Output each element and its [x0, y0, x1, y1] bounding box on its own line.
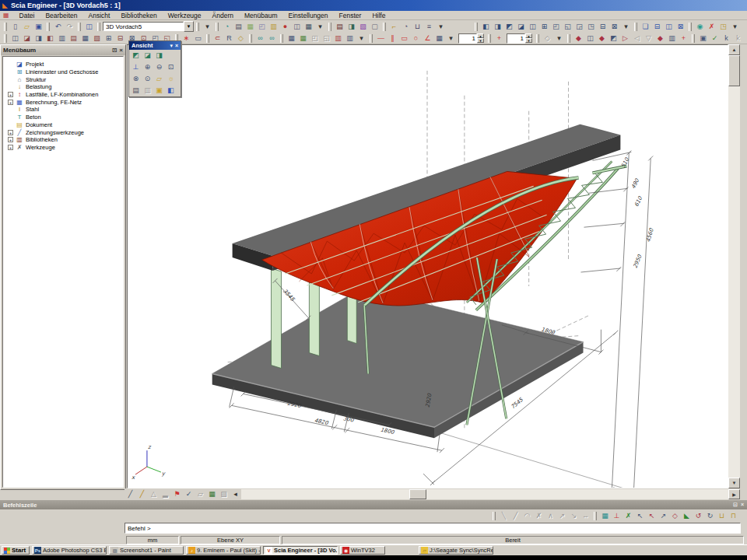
- snap-intersect-icon[interactable]: ✗: [622, 510, 634, 521]
- close-icon[interactable]: ×: [175, 43, 178, 49]
- view-yz-icon[interactable]: ◨: [153, 50, 165, 61]
- zoom-all-icon[interactable]: ⊗: [130, 73, 142, 85]
- view-window-icon-1[interactable]: ◧: [480, 21, 492, 32]
- mdi-child-icon[interactable]: ▦: [3, 12, 9, 19]
- snap-ortho-icon[interactable]: ⊥: [611, 510, 622, 521]
- cascade-windows-icon[interactable]: ❏: [640, 21, 651, 32]
- select-remove-icon[interactable]: ∞: [266, 33, 278, 44]
- view-window-icon-6[interactable]: ⊞: [538, 21, 550, 32]
- member-op-icon-7[interactable]: ▦: [79, 33, 91, 44]
- close-icon[interactable]: ×: [741, 502, 744, 508]
- expand-icon[interactable]: +: [8, 100, 13, 105]
- member-op-icon-3[interactable]: ◨: [33, 33, 44, 44]
- snap-box-icon[interactable]: ⊓: [728, 510, 739, 521]
- member-op-icon-2[interactable]: ◪: [21, 33, 33, 44]
- open-view-icon[interactable]: ▱: [153, 73, 165, 85]
- rectangle-icon[interactable]: ▭: [398, 33, 410, 44]
- tree-item-projekt[interactable]: ◪Projekt: [3, 61, 123, 68]
- menu-fenster[interactable]: Fenster: [334, 12, 367, 19]
- zoom-all-icon[interactable]: ∗: [181, 33, 192, 44]
- extras-overflow-icon[interactable]: ▾: [435, 21, 447, 32]
- tree-item-beton[interactable]: TBeton: [3, 114, 123, 121]
- snap-rotate2-icon[interactable]: ↻: [704, 510, 716, 521]
- export-check-icon[interactable]: ✓: [709, 33, 721, 44]
- combobox-dropdown-icon[interactable]: ▼: [184, 21, 194, 32]
- view-window-icon-5[interactable]: ◫: [527, 21, 538, 32]
- clipboard-view-icon[interactable]: ▣: [153, 85, 165, 96]
- command-input[interactable]: Befehl >: [124, 523, 741, 534]
- horizontal-scroll-thumb[interactable]: [409, 489, 426, 499]
- expand-icon[interactable]: +: [8, 92, 13, 97]
- expand-icon[interactable]: +: [8, 130, 13, 135]
- layer-overflow-icon[interactable]: ▾: [553, 33, 565, 44]
- table-composer-icon[interactable]: ▦: [303, 21, 314, 32]
- view-xz-icon[interactable]: ◪: [142, 50, 153, 61]
- view-window-icon-10[interactable]: ◳: [585, 21, 597, 32]
- scale-spinner-2-input[interactable]: [507, 33, 525, 44]
- beam-icon[interactable]: ∥: [387, 33, 398, 44]
- tree-item-linienraster-und-geschosse[interactable]: ⊞Linienraster und Geschosse: [3, 68, 123, 76]
- render-grid-icon[interactable]: ▦: [206, 488, 218, 499]
- raster-icon[interactable]: ▦: [433, 33, 445, 44]
- node-display-icon-4[interactable]: ◩: [608, 33, 619, 44]
- axis-cross-icon[interactable]: +: [493, 33, 505, 44]
- scale-spinner-1-input[interactable]: [458, 33, 477, 44]
- menu-bibliotheken[interactable]: Bibliotheken: [115, 12, 162, 19]
- accept-icon[interactable]: ◉: [694, 21, 706, 32]
- view-window-icon-12[interactable]: ⊠: [608, 21, 620, 32]
- view-window-icon-11[interactable]: ⊟: [597, 21, 608, 32]
- table-export-icon[interactable]: ▦: [297, 33, 309, 44]
- wire-draw2-icon[interactable]: ╱: [136, 488, 148, 499]
- view-3d-icon[interactable]: ◧: [165, 85, 177, 96]
- table-doc-icon[interactable]: ▦: [286, 33, 297, 44]
- ansicht-palette-header[interactable]: Ansicht ▾ ×: [129, 41, 181, 50]
- member-op-icon-10[interactable]: ⊟: [114, 33, 126, 44]
- snap-rotate-icon[interactable]: ↺: [693, 510, 704, 521]
- flag-icon[interactable]: ⚑: [171, 488, 183, 499]
- render-icon[interactable]: ●: [279, 21, 291, 32]
- member-op-icon-4[interactable]: ◧: [44, 33, 56, 44]
- select-add-icon[interactable]: ∞: [254, 33, 266, 44]
- task-photoshop[interactable]: PsAdobe Photoshop CS3 E...: [32, 546, 107, 555]
- menu-datei[interactable]: Datei: [14, 12, 40, 19]
- snap-center-icon[interactable]: ◇: [669, 510, 681, 521]
- clip-box-icon[interactable]: ⊂: [212, 33, 223, 44]
- zoom-window-icon[interactable]: ⊡: [165, 61, 177, 73]
- light-icon[interactable]: ☼: [165, 73, 177, 85]
- edit-overflow-icon[interactable]: ▾: [729, 21, 741, 32]
- combo-overflow-icon[interactable]: ▾: [202, 21, 213, 32]
- horizontal-scrollbar[interactable]: [241, 489, 728, 499]
- project-manager-icon[interactable]: ◫: [83, 21, 95, 32]
- abc-check-icon[interactable]: ✓: [183, 488, 195, 499]
- node-display-icon-8[interactable]: ◆: [654, 33, 666, 44]
- print-data-icon[interactable]: ▤: [334, 21, 345, 32]
- node-display-icon-3[interactable]: ◆: [596, 33, 608, 44]
- task-scia[interactable]: VScia Engineer - [3D Vo...: [263, 546, 338, 555]
- vertical-scroll-thumb[interactable]: [728, 55, 740, 86]
- view-window-icon-9[interactable]: ◲: [573, 21, 585, 32]
- open-icon[interactable]: ▱: [21, 21, 33, 32]
- menu-ändern[interactable]: Ändern: [207, 12, 239, 19]
- view-window-icon-7[interactable]: ◰: [550, 21, 562, 32]
- print-view-icon[interactable]: ▤: [130, 85, 142, 96]
- search-doc-icon[interactable]: ◔: [400, 21, 412, 32]
- units-icon[interactable]: ≡: [423, 21, 435, 32]
- strip-prev-icon[interactable]: ◂: [230, 488, 241, 499]
- tree-item-struktur[interactable]: ⌂Struktur: [3, 75, 123, 83]
- tools-overflow-icon[interactable]: ▾: [314, 21, 326, 32]
- close-window-icon[interactable]: ⊠: [675, 21, 686, 32]
- member-op-icon-6[interactable]: ▤: [68, 33, 79, 44]
- save-icon[interactable]: ▣: [33, 21, 44, 32]
- menubaum-header[interactable]: Menübaum ⊡ ×: [1, 45, 125, 55]
- member-op-icon-9[interactable]: ⊞: [103, 33, 114, 44]
- zoom-out-icon[interactable]: ⊖: [153, 61, 165, 73]
- menu-einstellungen[interactable]: Einstellungen: [283, 12, 334, 19]
- view-window-icon-2[interactable]: ◨: [492, 21, 503, 32]
- wire-draw-icon[interactable]: ╱: [124, 488, 136, 499]
- new-document-icon[interactable]: ▯: [9, 21, 21, 32]
- expand-icon[interactable]: +: [8, 137, 13, 142]
- member-op-icon-5[interactable]: ▥: [56, 33, 68, 44]
- view-window-icon-3[interactable]: ◩: [503, 21, 515, 32]
- zoom-in-icon[interactable]: ⊕: [142, 61, 153, 73]
- views-overflow-icon[interactable]: ▾: [620, 21, 632, 32]
